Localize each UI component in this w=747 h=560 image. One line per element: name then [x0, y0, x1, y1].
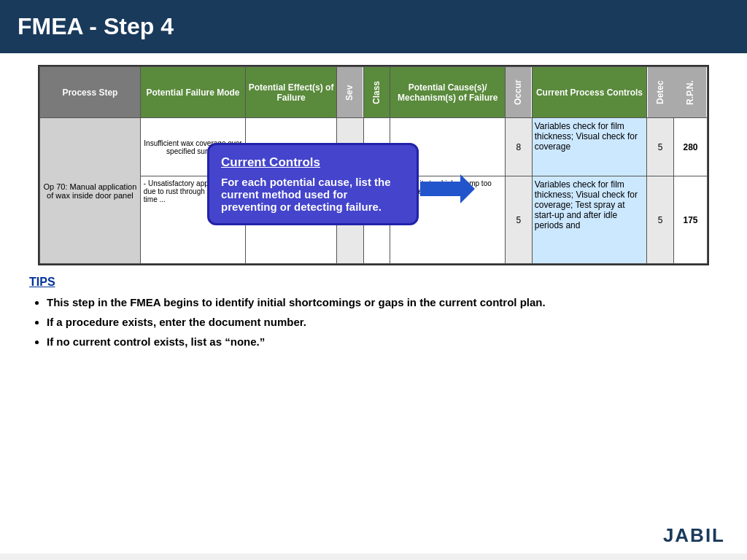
- col-header-sev: Sev: [336, 67, 363, 118]
- list-item: If no current control exists, list as “n…: [47, 334, 718, 349]
- cell-controls-2: Variables check for film thickness; Visu…: [532, 176, 647, 264]
- cell-occur-1: 8: [505, 118, 532, 176]
- page-title: FMEA - Step 4: [18, 13, 174, 39]
- tips-title: TIPS: [29, 276, 718, 289]
- col-header-occur: Occur: [505, 67, 532, 118]
- cell-process-1: Op 70: Manual application of wax inside …: [40, 118, 141, 264]
- col-header-detec: Detec: [647, 67, 674, 118]
- page-header: FMEA - Step 4: [0, 0, 747, 53]
- svg-marker-0: [420, 174, 475, 203]
- cell-rpn-1: 280: [673, 118, 707, 176]
- cell-detec-1: 5: [647, 118, 674, 176]
- col-header-controls: Current Process Controls: [532, 67, 647, 118]
- popup-title: Current Controls: [221, 155, 405, 170]
- cell-rpn-2: 175: [673, 176, 707, 264]
- tips-list: This step in the FMEA begins to identify…: [29, 295, 718, 349]
- col-header-cause: Potential Cause(s)/ Mechanism(s) of Fail…: [390, 67, 506, 118]
- col-header-effect: Potential Effect(s) of Failure: [246, 67, 337, 118]
- col-header-rpn: R.P.N.: [673, 67, 707, 118]
- main-content: Process Step Potential Failure Mode Pote…: [0, 53, 747, 553]
- current-controls-popup: Current Controls For each potential caus…: [207, 143, 419, 225]
- col-header-class: Class: [363, 67, 390, 118]
- cell-controls-1: Variables check for film thickness; Visu…: [532, 118, 647, 176]
- list-item: If a procedure exists, enter the documen…: [47, 314, 718, 330]
- col-header-process: Process Step: [40, 67, 141, 118]
- popup-body: For each potential cause, list the curre…: [221, 176, 391, 213]
- jabil-logo: JABIL: [663, 524, 725, 547]
- cell-detec-2: 5: [647, 176, 674, 264]
- cell-occur-2: 5: [505, 176, 532, 264]
- tips-section: TIPS This step in the FMEA begins to ide…: [15, 276, 732, 349]
- fmea-table-wrapper: Process Step Potential Failure Mode Pote…: [38, 65, 709, 265]
- list-item: This step in the FMEA begins to identify…: [47, 295, 718, 310]
- table-header-row: Process Step Potential Failure Mode Pote…: [40, 67, 708, 118]
- col-header-failure-mode: Potential Failure Mode: [140, 67, 245, 118]
